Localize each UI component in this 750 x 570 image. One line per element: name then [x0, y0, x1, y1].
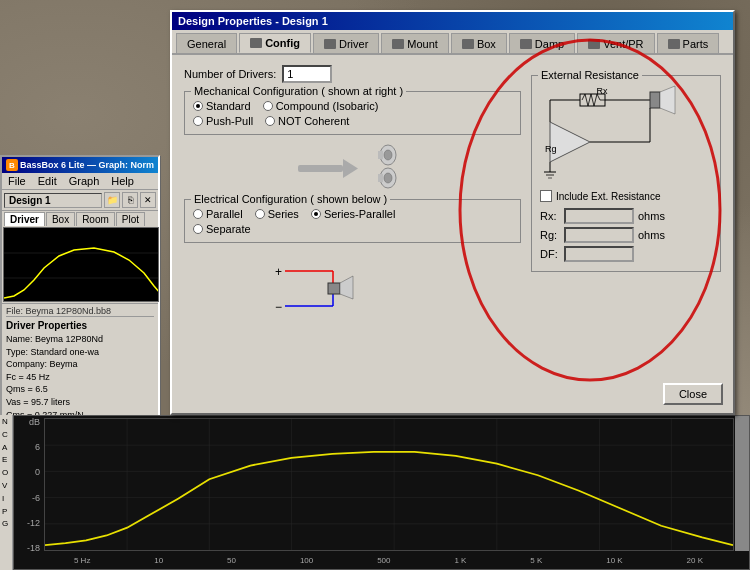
svg-marker-34 — [660, 86, 675, 114]
radio-series-parallel-label: Series-Parallel — [324, 208, 396, 220]
rg-label: Rg: — [540, 229, 560, 241]
yaxis: dB 6 0 -6 -12 -18 — [14, 416, 42, 553]
letter-n: N — [2, 416, 10, 429]
radio-series[interactable]: Series — [255, 208, 299, 220]
yaxis-neg18: -18 — [27, 543, 40, 553]
bassbox-menubar: File Edit Graph Help — [2, 173, 158, 190]
tab-general[interactable]: General — [176, 33, 237, 53]
dialog-right-panel: External Resistance Rx — [531, 65, 721, 326]
mount-tab-icon — [392, 39, 404, 49]
close-small-button[interactable]: ✕ — [140, 192, 156, 208]
electrical-radio-row2: Separate — [193, 223, 512, 235]
svg-rect-26 — [328, 283, 340, 294]
letter-p: P — [2, 506, 10, 519]
radio-compound-btn[interactable] — [263, 101, 273, 111]
radio-parallel-btn[interactable] — [193, 209, 203, 219]
xaxis-1k: 1 K — [454, 556, 466, 565]
design-properties-dialog: Design Properties - Design 1 General Con… — [170, 10, 735, 415]
tab-mount[interactable]: Mount — [381, 33, 449, 53]
driver-properties: Driver Properties Name: Beyma 12P80Nd Ty… — [6, 319, 154, 421]
tab-ventpr[interactable]: Vent/PR — [577, 33, 654, 53]
dialog-title: Design Properties - Design 1 — [178, 15, 328, 27]
radio-pushpull-btn[interactable] — [193, 116, 203, 126]
include-checkbox[interactable] — [540, 190, 552, 202]
letter-v: V — [2, 480, 10, 493]
xaxis: 5 Hz 10 50 100 500 1 K 5 K 10 K 20 K — [42, 553, 735, 567]
freq-graph-plot — [44, 418, 734, 551]
config-tab-icon — [250, 38, 262, 48]
tab-driver[interactable]: Driver — [4, 212, 45, 226]
dialog-left-panel: Number of Drivers: Mechanical Configurat… — [184, 65, 521, 326]
tab-box-label: Box — [477, 38, 496, 50]
radio-standard-btn[interactable] — [193, 101, 203, 111]
xaxis-10k: 10 K — [606, 556, 622, 565]
tab-parts[interactable]: Parts — [657, 33, 720, 53]
circuit-svg: + − — [273, 251, 433, 326]
letter-column: N C A E O V I P G — [0, 415, 13, 570]
tab-driver-label: Driver — [339, 38, 368, 50]
radio-pushpull-label: Push-Pull — [206, 115, 253, 127]
electrical-config-box: Electrical Configuration ( shown below )… — [184, 199, 521, 243]
tab-config[interactable]: Config — [239, 33, 311, 53]
menu-edit[interactable]: Edit — [34, 174, 61, 188]
driver-tab-icon — [324, 39, 336, 49]
rx-unit: ohms — [638, 210, 665, 222]
menu-help[interactable]: Help — [107, 174, 138, 188]
radio-pushpull[interactable]: Push-Pull — [193, 115, 253, 127]
mini-graph-svg — [4, 228, 159, 302]
bassbox-toolbar: Design 1 📁 ⎘ ✕ — [2, 190, 158, 211]
mechanical-radio-row2: Push-Pull NOT Coherent — [193, 115, 512, 127]
frequency-graph: dB 6 0 -6 -12 -18 5 Hz 10 50 100 — [13, 415, 750, 570]
tab-room[interactable]: Room — [76, 212, 115, 226]
bassbox-icon: B — [6, 159, 18, 171]
radio-separate[interactable]: Separate — [193, 223, 251, 235]
radio-separate-btn[interactable] — [193, 224, 203, 234]
rg-unit: ohms — [638, 229, 665, 241]
df-label: DF: — [540, 248, 560, 260]
radio-series-parallel[interactable]: Series-Parallel — [311, 208, 396, 220]
include-label: Include Ext. Resistance — [556, 191, 661, 202]
tab-box[interactable]: Box — [46, 212, 75, 226]
xaxis-50: 50 — [227, 556, 236, 565]
df-input[interactable] — [564, 246, 634, 262]
driver-company: Company: Beyma — [6, 358, 154, 371]
tab-damp[interactable]: Damp — [509, 33, 575, 53]
radio-notcoherent-label: NOT Coherent — [278, 115, 349, 127]
num-drivers-input[interactable] — [282, 65, 332, 83]
speaker-icons — [358, 143, 408, 193]
radio-parallel[interactable]: Parallel — [193, 208, 243, 220]
close-button[interactable]: Close — [663, 383, 723, 405]
copy-button[interactable]: ⎘ — [122, 192, 138, 208]
radio-standard[interactable]: Standard — [193, 100, 251, 112]
radio-series-parallel-btn[interactable] — [311, 209, 321, 219]
tab-plot[interactable]: Plot — [116, 212, 145, 226]
svg-text:Rg: Rg — [545, 144, 557, 154]
tab-box-dialog[interactable]: Box — [451, 33, 507, 53]
menu-graph[interactable]: Graph — [65, 174, 104, 188]
tab-driver-dialog[interactable]: Driver — [313, 33, 379, 53]
rx-label: Rx: — [540, 210, 560, 222]
scrollbar-right[interactable] — [735, 416, 749, 551]
mini-graph — [3, 227, 159, 302]
radio-notcoherent-btn[interactable] — [265, 116, 275, 126]
rx-input[interactable] — [564, 208, 634, 224]
ext-resistance-circuit: Rx Rg — [540, 82, 710, 182]
radio-compound[interactable]: Compound (Isobaric) — [263, 100, 379, 112]
svg-rect-17 — [378, 151, 383, 159]
svg-rect-20 — [378, 174, 383, 182]
design-label: Design 1 — [4, 193, 102, 208]
svg-rect-33 — [650, 92, 660, 108]
driver-name: Name: Beyma 12P80Nd — [6, 333, 154, 346]
dialog-titlebar: Design Properties - Design 1 — [172, 12, 733, 30]
radio-series-btn[interactable] — [255, 209, 265, 219]
svg-point-19 — [384, 173, 392, 183]
letter-c: C — [2, 429, 10, 442]
radio-notcoherent[interactable]: NOT Coherent — [265, 115, 349, 127]
circuit-diagram: + − — [184, 251, 521, 326]
speaker-diagram — [184, 143, 521, 193]
ventpr-tab-icon — [588, 39, 600, 49]
rg-input[interactable] — [564, 227, 634, 243]
radio-series-label: Series — [268, 208, 299, 220]
folder-button[interactable]: 📁 — [104, 192, 120, 208]
menu-file[interactable]: File — [4, 174, 30, 188]
